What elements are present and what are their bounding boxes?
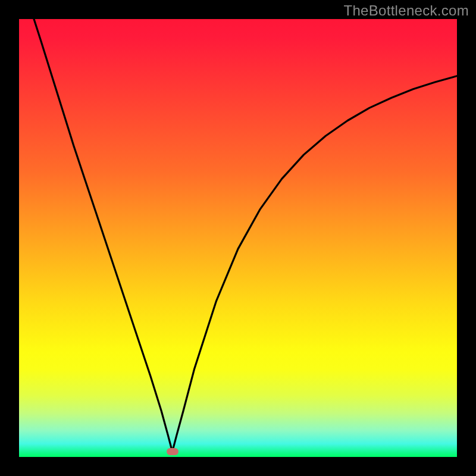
bottleneck-curve [34, 19, 457, 452]
minimum-marker [167, 448, 178, 455]
watermark-text: TheBottleneck.com [343, 2, 469, 19]
curve-svg [19, 19, 457, 457]
chart-frame: TheBottleneck.com [0, 0, 476, 476]
plot-area [19, 19, 457, 457]
